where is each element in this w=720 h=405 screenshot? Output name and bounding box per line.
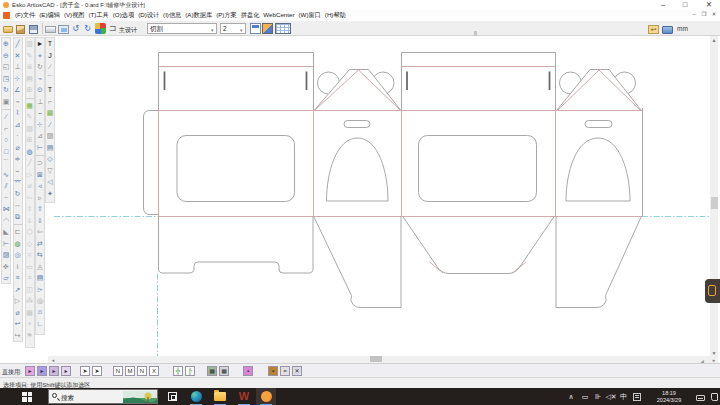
snap-end-icon[interactable]: N	[113, 366, 123, 376]
menu-5[interactable]: (O)选项	[111, 9, 136, 21]
angled-line-tool[interactable]: ╱	[14, 39, 22, 50]
lock-tool[interactable]: ⊠	[36, 170, 44, 181]
task-view-button[interactable]	[162, 388, 182, 405]
arrow-tool-tool[interactable]: ↗	[14, 285, 22, 296]
star-2-tool[interactable]: ✦	[46, 189, 54, 200]
extra-tools-tool[interactable]: ⁂	[26, 296, 34, 307]
sheet-tool[interactable]: ▤	[26, 74, 34, 85]
view-options-tool[interactable]: ▣	[2, 97, 10, 108]
world-globe-tool[interactable]: ◍	[26, 147, 34, 158]
triangle-tool-tool[interactable]: ▷	[14, 296, 22, 307]
snap-near-icon[interactable]: X	[149, 366, 159, 376]
weld-tool[interactable]: ⌣	[36, 108, 44, 119]
undo-icon[interactable]: ↺	[70, 23, 81, 34]
snap-mid-icon[interactable]: M	[125, 366, 135, 376]
scroll-right-icon[interactable]: ▸	[710, 356, 718, 363]
text-2-tool[interactable]: T	[46, 85, 54, 96]
trim-tool[interactable]: ▱	[2, 273, 10, 284]
break-line-tool[interactable]: ⌤	[14, 177, 22, 188]
hatch-tool[interactable]: ▨	[2, 250, 10, 261]
swap-2-tool[interactable]: ⇄	[36, 239, 44, 250]
align-tool[interactable]: ≡	[14, 273, 22, 284]
edge-button[interactable]	[186, 388, 206, 405]
scroll-up-icon[interactable]: ▲	[710, 36, 718, 44]
tray-touch-keyboard-icon[interactable]	[696, 395, 705, 401]
tray-expand-icon[interactable]: ∧	[566, 388, 576, 405]
target-tool[interactable]: ◎	[36, 296, 44, 307]
move-point-tool[interactable]: ✜	[2, 262, 10, 273]
hexagon-tool[interactable]: ⬡	[26, 227, 34, 238]
rotate-tool-tool[interactable]: ↻	[36, 62, 44, 73]
left-triangle-tool[interactable]: ◁	[46, 177, 54, 188]
menu-13[interactable]: (H)帮助	[323, 9, 348, 21]
zoom-fit-tool[interactable]: ◳	[2, 74, 10, 85]
stylus-tool[interactable]: ✎	[26, 51, 34, 62]
equal-tool-icon[interactable]: =	[280, 366, 290, 376]
tray-clock[interactable]: 18:19 2024/3/29	[648, 390, 690, 403]
scroll-left-icon[interactable]: ◂	[49, 356, 57, 363]
tray-volume-muted-icon[interactable]: ◁✕	[604, 388, 618, 405]
mdi-close-button[interactable]: ✕	[710, 10, 718, 18]
zoom-window-tool[interactable]: ◱	[2, 62, 10, 73]
tray-network-icon[interactable]: ⊪	[592, 388, 604, 405]
master-design-label[interactable]: 主设计	[119, 26, 137, 35]
hatch-3-tool[interactable]: ▨	[46, 131, 54, 142]
offset-line-tool[interactable]: ⫽	[2, 181, 10, 192]
menu-11[interactable]: WebCenter	[261, 9, 296, 21]
grid-view-icon[interactable]: ╬	[173, 366, 183, 376]
pin-tool[interactable]: ⌖	[26, 319, 34, 330]
corner-tool[interactable]: ∟	[36, 319, 44, 330]
menu-12[interactable]: (W)窗口	[297, 9, 323, 21]
layer-green-icon[interactable]: ▦	[207, 366, 217, 376]
nav-left-tool[interactable]: ⇦	[26, 193, 34, 204]
table-2-tool[interactable]: ⊞	[26, 135, 34, 146]
layers-2-tool[interactable]: ▤	[36, 273, 44, 284]
crease-line-tool[interactable]: ⌇	[14, 108, 22, 119]
save-icon[interactable]	[29, 25, 38, 34]
play-tool[interactable]: ▷	[26, 170, 34, 181]
angle-tool[interactable]: ∠	[14, 85, 22, 96]
workspace-color-icon[interactable]	[95, 23, 106, 34]
hscrollbar-thumb[interactable]	[370, 356, 382, 362]
magenta-tool-icon[interactable]: ▪	[243, 366, 253, 376]
rows-tool[interactable]: ≡	[26, 273, 34, 284]
perp-2-tool[interactable]: ⊥	[36, 97, 44, 108]
freehand-tool[interactable]: ~	[2, 193, 10, 204]
mirror-tool[interactable]: ⋈	[2, 204, 10, 215]
scrollbar-thumb[interactable]	[711, 197, 718, 209]
rebuild-tool[interactable]: ↻	[2, 85, 10, 96]
select-tool[interactable]: ►	[36, 39, 44, 50]
move-tool[interactable]: ↔	[14, 200, 22, 211]
wire-view-icon[interactable]: ▸	[49, 366, 59, 376]
list-tool[interactable]: ≣	[26, 62, 34, 73]
snap-int-icon[interactable]: N	[137, 366, 147, 376]
scale-select[interactable]: 2▼	[220, 23, 246, 34]
tray-ime-icon[interactable]: 中	[618, 388, 629, 405]
drawing-canvas[interactable]: ⊕⊖◱◳↻▣∕⌐○□⌒∿⫽~⋈◠◣⊢▨✜▱ ╱✕⊥⊹∠⌁⌇⊿·⌀≑⌣⌤↻↔⧉⊏◍…	[0, 36, 720, 363]
wps-button[interactable]: W	[234, 388, 254, 405]
caliper-tool[interactable]: ⊿	[36, 131, 44, 142]
menu-2[interactable]: (E)编辑	[37, 9, 62, 21]
cone-2-tool[interactable]: ◬	[36, 262, 44, 273]
center-point-tool[interactable]: ⊹	[36, 120, 44, 131]
rotate-tool[interactable]: ↻	[14, 189, 22, 200]
floating-capture-button[interactable]	[705, 279, 720, 303]
diamond-2-tool[interactable]: ◇	[26, 239, 34, 250]
start-button[interactable]	[18, 388, 38, 405]
arrow-up-tool[interactable]: ⇧	[36, 204, 44, 215]
dimension-tool[interactable]: ⊢	[2, 239, 10, 250]
menu-4[interactable]: (T)工具	[87, 9, 111, 21]
browse-folder-icon[interactable]	[662, 26, 673, 34]
fillet-tool[interactable]: ◠	[2, 216, 10, 227]
menu-1[interactable]: (F)文件	[13, 9, 37, 21]
null-tool-tool[interactable]: ⌀	[14, 308, 22, 319]
select-add-mode-icon[interactable]: ➤	[92, 366, 102, 376]
vertical-scrollbar[interactable]: ▲ ▼	[710, 36, 718, 357]
menu-9[interactable]: (P)方案	[214, 9, 239, 21]
search-box[interactable]: 搜索	[48, 389, 158, 404]
draft-view-icon[interactable]: ▸	[61, 366, 71, 376]
file-explorer-button[interactable]	[210, 388, 230, 405]
fill-swatch-tool[interactable]: ▩	[46, 108, 54, 119]
layers-tool[interactable]: ▥	[26, 39, 34, 50]
arc-tool[interactable]: ⌒	[2, 158, 10, 169]
